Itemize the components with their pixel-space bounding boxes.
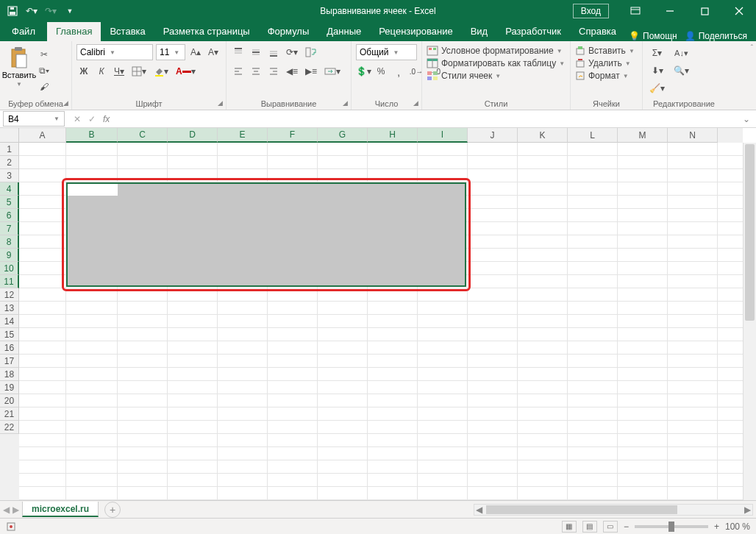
select-all-corner[interactable] [0, 128, 19, 143]
col-header-F[interactable]: F [268, 128, 318, 143]
horizontal-scrollbar[interactable]: ◀ ▶ [474, 504, 753, 516]
tell-me-button[interactable]: 💡Помощн [629, 31, 677, 41]
tab-home[interactable]: Главная [47, 22, 101, 41]
zoom-in-button[interactable]: + [714, 521, 719, 532]
row-header-11[interactable]: 11 [0, 275, 19, 288]
collapse-ribbon-icon[interactable]: ˆ [751, 44, 753, 52]
tab-review[interactable]: Рецензирование [370, 22, 461, 41]
comma-icon[interactable]: , [391, 64, 406, 79]
col-header-M[interactable]: M [618, 128, 668, 143]
row-header-19[interactable]: 19 [0, 381, 19, 394]
row-header-16[interactable]: 16 [0, 341, 19, 355]
col-header-N[interactable]: N [668, 128, 718, 143]
expand-formula-bar-icon[interactable]: ⌄ [737, 114, 756, 124]
maximize-button[interactable] [688, 0, 721, 22]
share-button[interactable]: 👤Поделиться [685, 31, 747, 41]
clear-icon[interactable]: 🧹▾ [647, 81, 667, 96]
tab-file[interactable]: Файл [0, 22, 47, 41]
autosum-icon[interactable]: Σ▾ [647, 46, 667, 60]
row-header-17[interactable]: 17 [0, 355, 19, 368]
underline-button[interactable]: Ч▾ [112, 64, 126, 79]
column-headers[interactable]: ABCDEFGHIJKLMN [19, 128, 743, 143]
page-break-view-icon[interactable]: ▭ [603, 521, 618, 533]
fill-color-icon[interactable]: ▾ [151, 64, 171, 79]
increase-font-icon[interactable]: A▴ [188, 45, 203, 60]
wrap-text-icon[interactable] [303, 45, 319, 60]
zoom-level[interactable]: 100 % [725, 521, 750, 532]
row-header-8[interactable]: 8 [0, 235, 19, 249]
delete-cells-button[interactable]: Удалить▼ [575, 58, 638, 68]
cell-styles-button[interactable]: Стили ячеек▼ [427, 71, 566, 81]
tab-help[interactable]: Справка [570, 22, 625, 41]
row-header-2[interactable]: 2 [0, 156, 19, 169]
cut-icon[interactable]: ✂ [37, 47, 51, 62]
merge-icon[interactable]: ▾ [322, 64, 343, 79]
qat-customize-icon[interactable]: ▼ [63, 4, 76, 18]
col-header-L[interactable]: L [568, 128, 618, 143]
insert-cells-button[interactable]: Вставить▼ [575, 46, 638, 56]
number-format-combo[interactable]: Общий▼ [356, 44, 417, 60]
tab-data[interactable]: Данные [318, 22, 370, 41]
row-header-9[interactable]: 9 [0, 249, 19, 262]
page-layout-view-icon[interactable]: ▤ [582, 521, 597, 533]
row-header-20[interactable]: 20 [0, 394, 19, 407]
redo-icon[interactable]: ↷▾ [44, 4, 57, 18]
increase-decimal-icon[interactable]: .0→ [409, 64, 424, 79]
col-header-I[interactable]: I [418, 128, 468, 143]
col-header-G[interactable]: G [318, 128, 368, 143]
align-top-icon[interactable] [231, 45, 246, 60]
undo-icon[interactable]: ↶▾ [25, 4, 38, 18]
clipboard-dialog-icon[interactable]: ◢ [63, 99, 68, 107]
sheet-tab[interactable]: microexcel.ru [22, 502, 99, 517]
zoom-out-button[interactable]: − [624, 521, 629, 532]
align-left-icon[interactable] [231, 64, 246, 79]
align-center-icon[interactable] [249, 64, 263, 79]
conditional-formatting-button[interactable]: Условное форматирование▼ [427, 46, 566, 56]
copy-icon[interactable]: ⧉▾ [37, 63, 51, 78]
format-painter-icon[interactable]: 🖌 [37, 79, 51, 94]
col-header-C[interactable]: C [118, 128, 168, 143]
row-header-12[interactable]: 12 [0, 288, 19, 302]
borders-icon[interactable]: ▾ [129, 64, 149, 79]
align-middle-icon[interactable] [249, 45, 263, 60]
increase-indent-icon[interactable]: ▶≡ [303, 64, 319, 79]
row-header-18[interactable]: 18 [0, 368, 19, 381]
col-header-H[interactable]: H [368, 128, 418, 143]
col-header-A[interactable]: A [19, 128, 66, 143]
row-header-14[interactable]: 14 [0, 315, 19, 328]
row-header-6[interactable]: 6 [0, 209, 19, 222]
sort-filter-icon[interactable]: A↓▾ [671, 46, 691, 60]
row-header-15[interactable]: 15 [0, 328, 19, 341]
row-header-13[interactable]: 13 [0, 302, 19, 315]
paste-button[interactable]: Вставить ▼ [4, 44, 34, 94]
sheet-nav-buttons[interactable]: ◀▶ [3, 505, 19, 515]
tab-developer[interactable]: Разработчик [496, 22, 570, 41]
ribbon-display-icon[interactable] [618, 0, 652, 22]
row-header-7[interactable]: 7 [0, 222, 19, 235]
decrease-font-icon[interactable]: A▾ [206, 45, 221, 60]
row-header-1[interactable]: 1 [0, 143, 19, 156]
align-right-icon[interactable] [266, 64, 281, 79]
enter-formula-icon[interactable]: ✓ [88, 114, 96, 124]
fill-icon[interactable]: ⬇▾ [647, 63, 667, 78]
percent-icon[interactable]: % [374, 64, 388, 79]
row-header-10[interactable]: 10 [0, 262, 19, 275]
new-sheet-button[interactable]: + [104, 502, 121, 518]
col-header-B[interactable]: B [66, 128, 118, 143]
col-header-K[interactable]: K [518, 128, 568, 143]
col-header-E[interactable]: E [218, 128, 268, 143]
bold-button[interactable]: Ж [76, 64, 91, 79]
tab-layout[interactable]: Разметка страницы [154, 22, 259, 41]
tab-formulas[interactable]: Формулы [259, 22, 318, 41]
decrease-indent-icon[interactable]: ◀≡ [284, 64, 300, 79]
row-headers[interactable]: 12345678910111213141516171819202122 [0, 143, 19, 500]
tab-view[interactable]: Вид [462, 22, 497, 41]
font-color-icon[interactable]: A▾ [174, 64, 198, 79]
row-header-3[interactable]: 3 [0, 169, 19, 182]
accounting-icon[interactable]: 💲▾ [356, 64, 371, 79]
save-icon[interactable] [6, 4, 19, 18]
cells-area[interactable] [19, 143, 743, 500]
sign-in-button[interactable]: Вход [573, 4, 609, 18]
normal-view-icon[interactable]: ▦ [562, 521, 577, 533]
font-size-combo[interactable]: 11▼ [156, 44, 185, 60]
